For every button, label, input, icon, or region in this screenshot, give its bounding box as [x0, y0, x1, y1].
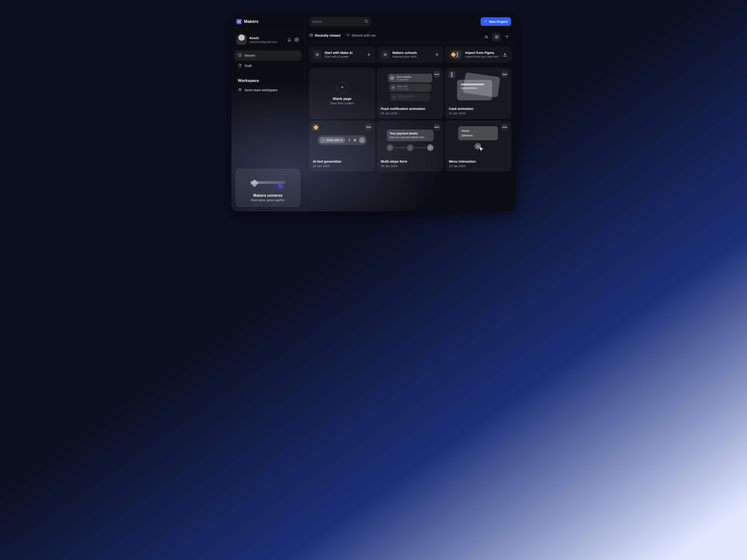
download-icon[interactable]: [503, 52, 508, 57]
plus-icon[interactable]: [337, 82, 348, 93]
workspace-heading: Workspace: [231, 72, 304, 85]
cursor-icon: [277, 183, 285, 192]
bell-icon[interactable]: [287, 37, 292, 42]
workspace-label: Kevin team workspace: [244, 88, 278, 92]
new-project-label: New Project: [489, 20, 508, 24]
svg-point-0: [296, 39, 298, 41]
project-card-ai-text[interactable]: Write with AI T B AI text generation 22 …: [309, 121, 375, 171]
school-icon: [381, 50, 390, 59]
card-date: 24 Jan 2024: [381, 111, 439, 115]
profile-actions: [287, 37, 299, 42]
blank-title: Blank page: [333, 97, 352, 101]
brand-name: Makers: [244, 19, 258, 24]
clock-icon: [309, 33, 313, 37]
project-card-push-notification[interactable]: ∞Gym session12 Jan 2024 ⌘Team call15 Jan…: [377, 68, 443, 118]
sidebar-item-label: Recent: [244, 54, 255, 57]
avatar[interactable]: [236, 34, 247, 45]
profile-name: Kevin: [250, 36, 284, 40]
grid-view-button[interactable]: [492, 33, 501, 41]
quick-start-ai[interactable]: Start with Make AI Start with AI power: [309, 47, 375, 62]
tool-icons: [449, 50, 458, 59]
svg-point-4: [365, 20, 367, 22]
app-window: Makers Kevin talktokev@gmail.com Recent: [231, 14, 516, 211]
workspace-item[interactable]: Kevin team workspace: [231, 85, 304, 95]
blank-page-card[interactable]: Blank page Start from scratch: [309, 68, 375, 118]
step-number: 3: [427, 144, 434, 151]
users-icon: ⌘: [391, 85, 395, 90]
check-icon: [407, 144, 413, 151]
tabs: Recently viewed Shared with me: [309, 33, 376, 41]
quick-subtitle: Improve your skills: [392, 55, 431, 58]
svg-point-2: [239, 89, 240, 89]
promo-subtitle: Build alone, grow together: [240, 198, 296, 202]
promo-title: Makers universe: [240, 193, 296, 197]
quick-title: Import from Figma: [465, 51, 499, 55]
card-preview: Home Services: [449, 124, 508, 156]
projects-grid: Blank page Start from scratch ∞Gym sessi…: [309, 68, 511, 171]
quick-subtitle: Import from your best tool: [465, 55, 499, 58]
figma-icon: [453, 50, 462, 59]
tabs-row: Recently viewed Shared with me: [305, 29, 516, 43]
sidebar-item-draft[interactable]: Draft: [235, 61, 301, 71]
card-preview: ∞Gym session12 Jan 2024 ⌘Team call15 Jan…: [381, 72, 439, 103]
project-card-card-animation[interactable]: Card animation 22 Jan 2024: [445, 68, 511, 118]
sidebar-nav: Recent Draft: [231, 49, 304, 72]
card-date: 22 Jan 2024: [313, 164, 371, 168]
card-date: 13 Jan 2024: [449, 164, 508, 168]
quick-import-figma[interactable]: Import from Figma Import from your best …: [445, 47, 511, 62]
card-title: Multi-steps form: [381, 160, 439, 163]
file-icon: [238, 63, 242, 68]
new-project-button[interactable]: New Project: [481, 17, 511, 26]
project-card-menu-interaction[interactable]: Home Services Menu interaction 13 Jan 20…: [445, 121, 511, 171]
card-title: Menu interaction: [449, 160, 508, 163]
card-date: 20 Jan 2024: [381, 164, 439, 168]
promo-card[interactable]: Makers universe Build alone, grow togeth…: [235, 169, 300, 207]
content: Start with Make AI Start with AI power M…: [305, 43, 516, 176]
card-title: Push notification animation: [381, 107, 439, 111]
profile-email: talktokev@gmail.com: [250, 41, 284, 44]
tab-shared-with-me[interactable]: Shared with me: [346, 33, 376, 41]
share-icon: [346, 33, 350, 37]
plus-icon: [484, 20, 487, 24]
main: New Project Recently viewed Shared with …: [305, 14, 516, 211]
topbar: New Project: [305, 14, 516, 29]
clock-icon: [238, 53, 242, 58]
card-title: Card animation: [449, 107, 508, 111]
promo-illustration: [240, 174, 296, 192]
check-icon: [387, 144, 393, 151]
card-date: 22 Jan 2024: [449, 111, 508, 115]
plus-icon[interactable]: [434, 52, 440, 57]
quick-title: Makers schools: [392, 51, 431, 55]
ai-icon: [313, 50, 322, 59]
blank-subtitle: Start from scratch: [330, 102, 354, 105]
quick-actions-row: Start with Make AI Start with AI power M…: [309, 47, 511, 62]
svg-point-10: [316, 54, 318, 55]
svg-point-3: [240, 88, 241, 89]
card-preview: Your payment details Add your payment de…: [381, 124, 439, 156]
card-title: AI text generation: [313, 160, 371, 163]
profile-text: Kevin talktokev@gmail.com: [250, 36, 284, 44]
svg-point-11: [384, 54, 386, 55]
tab-label: Recently viewed: [315, 34, 340, 37]
project-card-multisteps[interactable]: Your payment details Add your payment de…: [377, 121, 443, 171]
check-icon: [359, 137, 365, 143]
card-preview: Write with AI T B: [313, 124, 371, 156]
list-view-button[interactable]: [482, 33, 490, 41]
search-icon: [364, 19, 368, 24]
brand: Makers: [231, 14, 304, 29]
card-preview: [449, 72, 508, 103]
bell-icon: ◔: [392, 95, 396, 99]
users-icon: [238, 88, 242, 92]
view-toggles: [482, 33, 511, 41]
search-input[interactable]: [312, 20, 362, 24]
plus-icon[interactable]: [366, 52, 371, 57]
gear-icon[interactable]: [294, 37, 299, 42]
sidebar-item-label: Draft: [244, 64, 252, 68]
filter-button[interactable]: [503, 33, 511, 41]
sidebar-item-recent[interactable]: Recent: [235, 50, 301, 61]
quick-schools[interactable]: Makers schools Improve your skills: [377, 47, 443, 62]
tab-recently-viewed[interactable]: Recently viewed: [309, 33, 340, 41]
quick-subtitle: Start with AI power: [325, 55, 363, 58]
search[interactable]: [309, 17, 371, 26]
quick-title: Start with Make AI: [325, 51, 363, 55]
